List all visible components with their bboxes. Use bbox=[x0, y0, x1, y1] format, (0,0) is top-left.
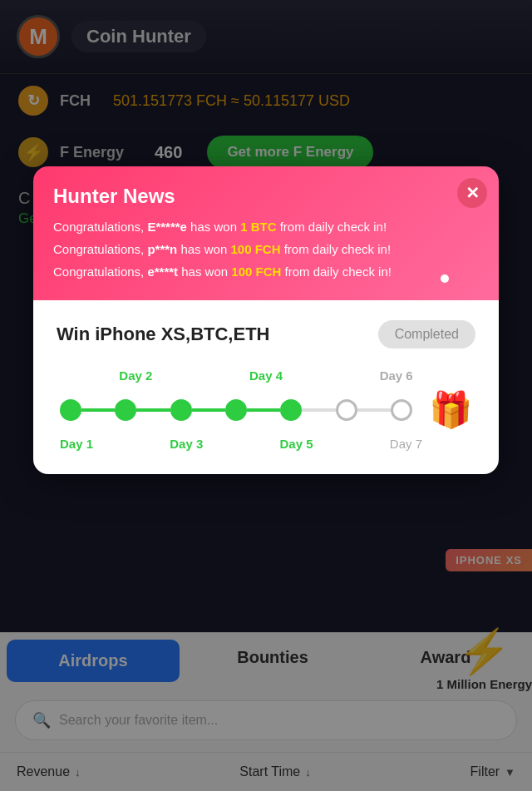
completed-badge: Completed bbox=[378, 320, 475, 349]
close-button[interactable]: ✕ bbox=[457, 178, 487, 208]
day-5-dot bbox=[280, 399, 302, 421]
hunter-news-modal: Hunter News ✕ Congratulations, E*****e h… bbox=[33, 166, 499, 474]
news-item-3: Congratulations, e****t has won 100 FCH … bbox=[53, 263, 479, 280]
line-2-3 bbox=[136, 408, 170, 412]
prize-title: Win iPhone XS,BTC,ETH bbox=[57, 324, 269, 345]
line-5-6 bbox=[302, 408, 335, 412]
prize-row: Win iPhone XS,BTC,ETH Completed bbox=[57, 320, 475, 349]
line-6-7 bbox=[357, 408, 391, 412]
line-4-5 bbox=[247, 408, 280, 412]
day-5-bottom-label: Day 5 bbox=[280, 437, 313, 451]
day-3-dot bbox=[170, 399, 192, 421]
day-1-dot bbox=[60, 399, 81, 421]
news-item-2: Congratulations, p***n has won 100 FCH f… bbox=[53, 240, 479, 258]
news-dot bbox=[441, 274, 449, 283]
news-item-1: Congratulations, E*****e has won 1 BTC f… bbox=[53, 218, 479, 235]
gift-icon: 🎁 bbox=[429, 389, 472, 430]
day-7-dot bbox=[391, 399, 412, 421]
modal-title: Hunter News bbox=[53, 185, 479, 208]
top-day-labels: Day 2 Day 4 Day 6 bbox=[57, 368, 475, 383]
day-7-bottom-label: Day 7 bbox=[390, 437, 422, 451]
line-1-2 bbox=[81, 408, 115, 412]
progress-track: 🎁 bbox=[57, 389, 475, 430]
day-4-label: Day 4 bbox=[249, 368, 283, 383]
day-4-dot bbox=[225, 399, 247, 421]
bottom-day-labels: Day 1 Day 3 Day 5 Day 7 bbox=[57, 437, 475, 451]
modal-header: Hunter News ✕ Congratulations, E*****e h… bbox=[33, 166, 499, 300]
modal-body: Win iPhone XS,BTC,ETH Completed Day 2 Da… bbox=[33, 300, 499, 474]
day-1-bottom-label: Day 1 bbox=[60, 437, 93, 451]
day-2-label: Day 2 bbox=[119, 368, 152, 383]
day-3-bottom-label: Day 3 bbox=[170, 437, 203, 451]
line-3-4 bbox=[192, 408, 225, 412]
day-6-dot bbox=[336, 399, 357, 421]
day-6-label: Day 6 bbox=[380, 368, 413, 383]
day-2-dot bbox=[115, 399, 136, 421]
